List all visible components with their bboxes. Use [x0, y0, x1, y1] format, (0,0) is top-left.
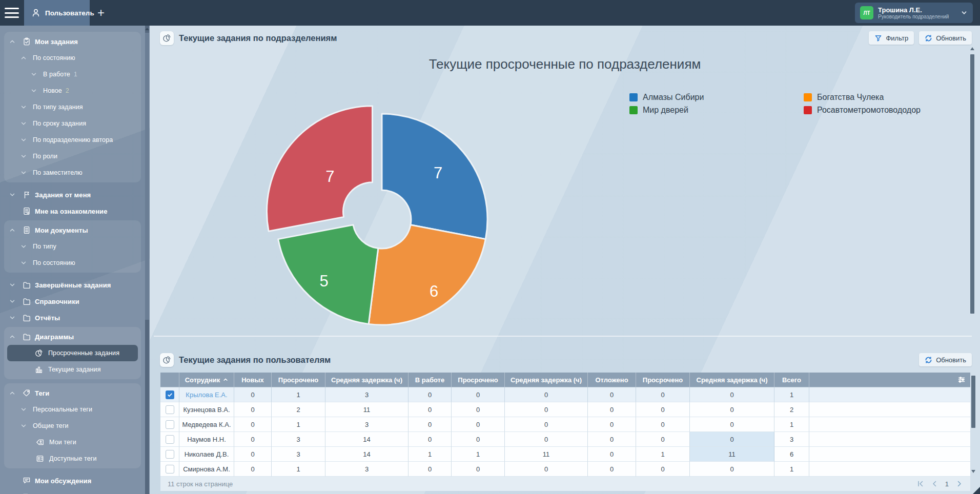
sidebar-item[interactable]: Мои обсуждения — [0, 472, 145, 489]
legend-item[interactable]: Богатства Чулека — [804, 92, 980, 102]
value-cell: 0 — [690, 402, 774, 417]
table-row[interactable]: Смирнова А.М.0130000001 — [160, 462, 970, 477]
column-header[interactable]: Всего — [774, 373, 809, 387]
chevron-up-icon — [9, 227, 15, 233]
row-checkbox[interactable] — [166, 450, 174, 459]
sidebar-item[interactable]: Последние обсуждения — [0, 489, 145, 494]
sidebar-item-label: Общие теги — [33, 422, 69, 429]
next-page-button[interactable] — [956, 480, 963, 487]
sidebar-item[interactable]: Справочники — [0, 293, 145, 310]
user-name: Трошина Л.Е. — [878, 6, 958, 14]
first-page-button[interactable] — [916, 480, 924, 487]
sidebar-item[interactable]: По типу — [4, 238, 141, 255]
user-menu[interactable]: ЛТ Трошина Л.Е. Руководитель подразделен… — [855, 3, 973, 23]
sidebar-item[interactable]: Завершённые задания — [0, 277, 145, 293]
legend-item[interactable]: Алмазы Сибири — [629, 92, 804, 102]
tab-user[interactable]: Пользователь — [24, 0, 90, 26]
legend-item[interactable]: Мир дверей — [629, 105, 804, 115]
add-tab-button[interactable]: + — [92, 0, 110, 26]
prev-page-button[interactable] — [931, 480, 938, 487]
value-cell: 0 — [636, 387, 690, 402]
employee-name-cell[interactable]: Крылова Е.А. — [179, 387, 234, 402]
row-checkbox[interactable] — [166, 390, 174, 399]
refresh-button[interactable]: Обновить — [919, 31, 972, 45]
scrollbar-thumb[interactable] — [970, 54, 974, 314]
donut-chart[interactable]: 7657 — [246, 85, 523, 361]
scroll-up-icon[interactable] — [970, 47, 974, 50]
value-cell: 0 — [505, 417, 588, 432]
legend-item[interactable]: Росавтометромотовододор — [804, 105, 980, 115]
column-header[interactable]: Просрочено — [636, 373, 690, 387]
sidebar-item[interactable]: По сроку задания — [4, 115, 141, 132]
column-header[interactable]: В работе — [409, 373, 452, 387]
column-header[interactable]: Сотрудник — [179, 373, 234, 387]
sidebar-scrollbar[interactable] — [145, 26, 149, 494]
sidebar-item[interactable]: Диаграммы — [4, 328, 141, 345]
filter-button[interactable]: Фильтр — [869, 31, 914, 45]
row-checkbox[interactable] — [166, 420, 174, 429]
sidebar-item[interactable]: Мои документы — [4, 222, 141, 238]
sidebar-item[interactable]: Мои теги — [4, 434, 141, 450]
employee-name-cell[interactable]: Наумов Н.Н. — [179, 432, 234, 447]
sidebar-item[interactable]: Персональные теги — [4, 401, 141, 418]
row-checkbox[interactable] — [166, 405, 174, 414]
sidebar-item[interactable]: По подразделению автора — [4, 132, 141, 148]
menu-icon[interactable] — [5, 8, 19, 18]
sidebar-item[interactable]: По типу задания — [4, 99, 141, 115]
value-cell: 0 — [588, 447, 636, 462]
refresh-label: Обновить — [936, 356, 966, 364]
sidebar-item[interactable]: Мои задания — [4, 33, 141, 50]
donut-slice[interactable] — [369, 225, 485, 325]
sidebar-item[interactable]: По состоянию — [4, 50, 141, 66]
scrollbar-thumb[interactable] — [145, 33, 149, 320]
sidebar-item[interactable]: Новое2 — [4, 83, 141, 99]
column-header[interactable]: Средняя задержка (ч) — [690, 373, 774, 387]
employee-name-cell[interactable]: Кузнецова В.А. — [179, 402, 234, 417]
sidebar-item[interactable]: По состоянию — [4, 255, 141, 271]
table-row[interactable]: Николаев Д.В.0314111101116 — [160, 447, 970, 462]
table-row[interactable]: Наумов Н.Н.03140000003 — [160, 432, 970, 447]
column-header[interactable]: Отложено — [588, 373, 636, 387]
scroll-down-icon[interactable] — [971, 470, 975, 473]
sidebar-item[interactable]: Задания от меня — [0, 187, 145, 203]
column-header[interactable]: Средняя задержка (ч) — [505, 373, 588, 387]
chart-scrollbar[interactable] — [970, 46, 975, 335]
sidebar-item[interactable]: Текущие задания — [4, 361, 141, 378]
sidebar-item[interactable]: Отчёты — [0, 310, 145, 326]
sidebar-item[interactable]: Общие теги — [4, 418, 141, 434]
row-checkbox[interactable] — [166, 465, 174, 474]
column-header[interactable]: Средняя задержка (ч) — [325, 373, 409, 387]
sidebar-item[interactable]: Мне на ознакомление — [0, 203, 145, 219]
employee-name-cell[interactable]: Медведева К.А. — [179, 417, 234, 432]
app: Пользователь + ЛТ Трошина Л.Е. Руководит… — [0, 0, 980, 494]
column-header[interactable]: Просрочено — [272, 373, 325, 387]
employee-name-cell[interactable]: Смирнова А.М. — [179, 462, 234, 477]
value-cell: 0 — [636, 462, 690, 477]
legend-swatch — [804, 93, 812, 101]
table-row[interactable]: Медведева К.А.0130000001 — [160, 417, 970, 432]
employee-name-cell[interactable]: Николаев Д.В. — [179, 447, 234, 462]
sidebar-item[interactable]: Теги — [4, 385, 141, 401]
scroll-up-icon[interactable] — [145, 28, 149, 30]
donut-slice[interactable] — [267, 106, 373, 232]
column-header[interactable]: Просрочено — [452, 373, 505, 387]
row-checkbox[interactable] — [166, 435, 174, 444]
sidebar-item[interactable]: Просроченные задания — [7, 345, 138, 361]
folder-icon — [23, 281, 31, 289]
chevron-down-icon — [21, 104, 27, 110]
sidebar-item[interactable]: В работе1 — [4, 66, 141, 83]
refresh-button[interactable]: Обновить — [919, 353, 972, 366]
table-row[interactable]: Крылова Е.А.0130000001 — [160, 387, 970, 402]
table-row[interactable]: Кузнецова В.А.02110000002 — [160, 402, 970, 417]
value-cell: 0 — [588, 417, 636, 432]
filler-cell — [809, 387, 970, 402]
sidebar: Мои заданияПо состояниюВ работе1Новое2По… — [0, 26, 150, 494]
sidebar-item[interactable]: По роли — [4, 148, 141, 164]
sidebar-item[interactable]: По заместителю — [4, 164, 141, 181]
scrollbar-thumb[interactable] — [971, 376, 975, 428]
column-header[interactable]: Новых — [234, 373, 272, 387]
resize-handle[interactable] — [973, 487, 980, 494]
table-settings-icon[interactable] — [957, 376, 966, 384]
sidebar-item[interactable]: Доступные теги — [4, 450, 141, 467]
table-scrollbar[interactable] — [971, 374, 976, 476]
